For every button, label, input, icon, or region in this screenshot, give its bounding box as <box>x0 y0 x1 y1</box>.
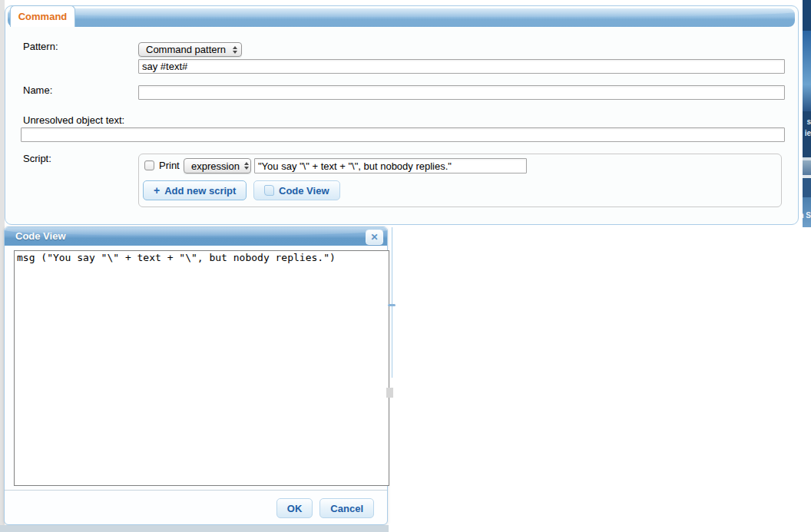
add-new-script-button[interactable]: + Add new script <box>143 180 247 200</box>
bg-text-fragment: s <box>806 117 811 126</box>
page: Command Pattern: Command pattern Name: U… <box>0 0 811 532</box>
script-type-select[interactable]: expression <box>184 158 251 173</box>
cancel-button-label: Cancel <box>330 503 363 514</box>
tab-command-label: Command <box>18 11 68 22</box>
bg-segment <box>803 0 811 31</box>
bg-segment <box>803 160 811 175</box>
ok-button[interactable]: OK <box>276 498 313 518</box>
code-view-dialog-titlebar[interactable]: Code View ✕ <box>5 227 387 246</box>
dialog-bottom-edge <box>0 525 389 532</box>
select-arrows-icon <box>233 46 237 54</box>
pattern-type-select[interactable]: Command pattern <box>138 42 242 57</box>
name-label: Name: <box>23 84 52 96</box>
code-view-dialog: Code View ✕ OK Cancel <box>4 226 388 525</box>
close-icon: ✕ <box>370 233 378 242</box>
print-checkbox[interactable] <box>144 160 154 170</box>
pattern-input[interactable] <box>138 59 785 74</box>
scrollbar-fragment <box>386 388 393 398</box>
unresolved-object-text-input[interactable] <box>21 127 785 142</box>
tab-bar <box>8 8 795 27</box>
code-view-button-label: Code View <box>279 185 329 197</box>
unresolved-object-text-label: Unresolved object text: <box>23 114 124 126</box>
script-type-selected-value: expression <box>191 160 240 172</box>
bg-segment <box>803 31 811 84</box>
pattern-type-selected-value: Command pattern <box>146 44 226 55</box>
bg-segment <box>803 178 811 197</box>
tab-bar-shine <box>8 8 795 17</box>
ok-button-label: OK <box>287 503 303 514</box>
background-window-strip: s ie n S <box>803 0 811 227</box>
name-input[interactable] <box>138 85 785 100</box>
code-view-dialog-title: Code View <box>15 227 66 246</box>
bg-segment: s ie <box>803 111 811 157</box>
bg-text-fragment: ie <box>805 129 811 137</box>
script-label: Script: <box>23 153 51 164</box>
dialog-close-button[interactable]: ✕ <box>366 230 383 245</box>
code-editor-textarea[interactable] <box>14 250 389 486</box>
pattern-label: Pattern: <box>23 41 58 52</box>
script-icon <box>264 185 274 196</box>
bg-segment <box>803 84 811 111</box>
bg-text-fragment: n S <box>803 211 811 220</box>
print-expression-input[interactable] <box>254 158 527 173</box>
splitter-handle[interactable] <box>388 304 396 306</box>
cancel-button[interactable]: Cancel <box>319 498 374 518</box>
select-arrows-icon <box>244 162 249 170</box>
dialog-footer: OK Cancel <box>5 490 387 526</box>
plus-icon: + <box>154 185 160 196</box>
code-view-button[interactable]: Code View <box>253 180 340 200</box>
print-label: Print <box>159 160 180 171</box>
pane-splitter[interactable] <box>392 227 392 378</box>
tab-command[interactable]: Command <box>10 5 75 27</box>
bg-segment: n S <box>803 197 811 227</box>
add-new-script-label: Add new script <box>164 185 236 197</box>
